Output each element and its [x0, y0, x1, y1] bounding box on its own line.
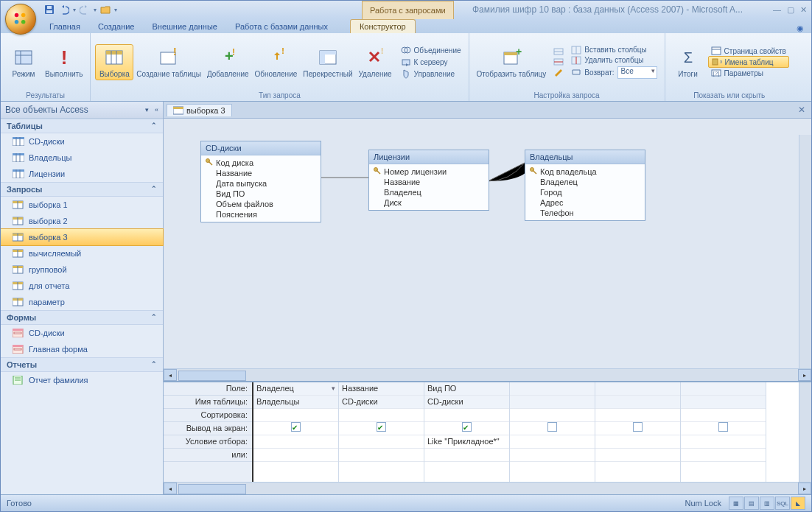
close-button[interactable]: ✕	[800, 5, 807, 15]
nav-group[interactable]: Таблицы⌃	[1, 119, 163, 133]
status-bar: Готово Num Lock ▦▤▥SQL◣	[1, 494, 811, 511]
f-icon	[13, 328, 24, 338]
show-checkbox[interactable]	[718, 422, 728, 432]
grid-vscroll[interactable]	[799, 382, 811, 482]
nav-item[interactable]: выборка 1	[1, 197, 163, 213]
update-button[interactable]: ! Обновление	[252, 45, 301, 80]
tab-dbtools[interactable]: Работа с базами данных	[226, 20, 337, 33]
nav-group[interactable]: Отчеты⌃	[1, 357, 163, 372]
totals-button[interactable]: Σ Итоги	[670, 45, 707, 80]
minimize-button[interactable]: —	[773, 5, 781, 15]
tab-external[interactable]: Внешние данные	[144, 20, 226, 33]
svg-point-0	[15, 13, 19, 18]
office-button[interactable]	[5, 4, 36, 35]
relationship-pane[interactable]: CD-диски Код дискаНазваниеДата выпускаВи…	[164, 119, 811, 368]
grid-hscroll[interactable]: ◂▸	[164, 482, 811, 494]
showtable-button[interactable]: + Отобразить таблицу	[474, 45, 550, 80]
table-own[interactable]: Владельцы Код владельцаВладелецГородАдре…	[525, 150, 645, 221]
svg-rect-46	[13, 137, 24, 139]
nav-item[interactable]: групповой	[1, 262, 163, 278]
restore-button[interactable]: ▢	[787, 5, 794, 15]
svg-rect-39	[712, 47, 721, 55]
svg-text:xyz: xyz	[720, 59, 722, 65]
nav-item[interactable]: для отчета	[1, 278, 163, 294]
nav-item[interactable]: Владельцы	[1, 150, 163, 166]
passthrough-button[interactable]: К серверу	[398, 56, 464, 68]
nav-pane: Все объекты Access▾ « Таблицы⌃CD-дискиВл…	[1, 102, 164, 494]
redo-icon[interactable]	[79, 4, 91, 15]
grid-column[interactable]: Владелец▾ Владельцы	[252, 382, 339, 482]
workspace: Все объекты Access▾ « Таблицы⌃CD-дискиВл…	[1, 102, 811, 494]
status-text: Готово	[7, 499, 32, 508]
deleterows-button[interactable]	[550, 57, 567, 67]
propsheet-button[interactable]: Страница свойств	[708, 46, 789, 56]
grid-column[interactable]	[595, 382, 681, 482]
nav-group[interactable]: Запросы⌃	[1, 182, 163, 197]
deletecols-button[interactable]: Удалить столбцы	[568, 55, 659, 66]
delete-button[interactable]: ! Удаление	[356, 45, 395, 80]
grid-columns[interactable]: Владелец▾ Владельцы Название CD-диски Ви…	[252, 382, 799, 482]
insertrows-button[interactable]	[550, 46, 567, 57]
numlock-indicator: Num Lock	[685, 499, 721, 508]
union-button[interactable]: Объединение	[398, 44, 464, 56]
nav-item[interactable]: Отчет фамилия	[1, 372, 163, 388]
table-cd[interactable]: CD-диски Код дискаНазваниеДата выпускаВи…	[200, 141, 321, 222]
nav-item[interactable]: параметр	[1, 294, 163, 310]
doc-tab[interactable]: выборка 3	[167, 104, 232, 116]
view-switch[interactable]: ▦▤▥SQL◣	[729, 497, 805, 510]
parameters-button[interactable]: [?]Параметры	[708, 68, 789, 78]
nav-item[interactable]: CD-диски	[1, 325, 163, 341]
nav-item[interactable]: Главная форма	[1, 341, 163, 357]
undo-icon[interactable]	[58, 4, 70, 15]
return-button[interactable]: Возврат:Все	[568, 66, 659, 80]
ribbon-tabs: Главная Создание Внешние данные Работа с…	[1, 18, 811, 33]
help-icon[interactable]: ◉	[797, 24, 804, 33]
builder-button[interactable]	[550, 67, 567, 77]
nav-item[interactable]: выборка 3	[1, 228, 164, 246]
key-icon	[206, 158, 213, 167]
nav-header[interactable]: Все объекты Access▾ «	[1, 102, 163, 119]
show-checkbox[interactable]	[377, 422, 386, 432]
datadefinition-button[interactable]: Управление	[398, 68, 464, 80]
table-lic[interactable]: Лицензии Номер лицензииНазваниеВладелецД…	[368, 150, 489, 211]
er-vscroll[interactable]	[799, 135, 811, 368]
view-button[interactable]: Режим	[5, 45, 42, 80]
crosstab-button[interactable]: Перекрестный	[300, 45, 355, 80]
open-icon[interactable]	[99, 4, 111, 15]
grid-column[interactable]	[681, 382, 766, 482]
nav-item[interactable]: CD-диски	[1, 133, 163, 150]
append-button[interactable]: +! Добавление	[204, 45, 252, 80]
insertcols-button[interactable]: Вставить столбцы	[568, 45, 659, 55]
q-icon	[13, 264, 24, 275]
tab-home[interactable]: Главная	[41, 20, 89, 33]
grid-column[interactable]: Вид ПО CD-диски Like "Прикладное*"	[424, 382, 510, 482]
nav-group[interactable]: Формы⌃	[1, 310, 163, 325]
quick-access-toolbar: ▾ ▾ ▾	[43, 4, 117, 15]
nav-item[interactable]: выборка 2	[1, 213, 163, 229]
select-query-button[interactable]: Выборка	[95, 44, 133, 80]
svg-text:!: !	[381, 48, 382, 56]
save-icon[interactable]	[43, 4, 55, 15]
svg-point-3	[21, 20, 25, 24]
run-button[interactable]: ! Выполнить	[42, 45, 85, 80]
grid-column[interactable]	[510, 382, 595, 482]
show-checkbox[interactable]	[547, 422, 557, 432]
svg-text:!: !	[232, 48, 235, 57]
show-checkbox[interactable]	[291, 422, 301, 432]
nav-item[interactable]: Лицензии	[1, 166, 163, 182]
maketable-button[interactable]: ! Создание таблицы	[133, 45, 204, 80]
tab-design[interactable]: Конструктор	[350, 19, 416, 33]
svg-text:!: !	[281, 48, 284, 56]
grid-column[interactable]: Название CD-диски	[339, 382, 424, 482]
return-dropdown[interactable]: Все	[617, 66, 657, 79]
r-icon	[13, 375, 24, 385]
q-icon	[13, 248, 24, 259]
close-doc-icon[interactable]: ✕	[798, 105, 805, 115]
show-checkbox[interactable]	[633, 422, 643, 432]
svg-rect-80	[14, 332, 21, 334]
tab-create[interactable]: Создание	[89, 20, 144, 33]
show-checkbox[interactable]	[462, 422, 472, 432]
nav-item[interactable]: вычисляемый	[1, 245, 163, 262]
er-hscroll[interactable]: ◂▸	[164, 368, 811, 381]
tablenames-button[interactable]: xyzИмена таблиц	[708, 56, 789, 68]
